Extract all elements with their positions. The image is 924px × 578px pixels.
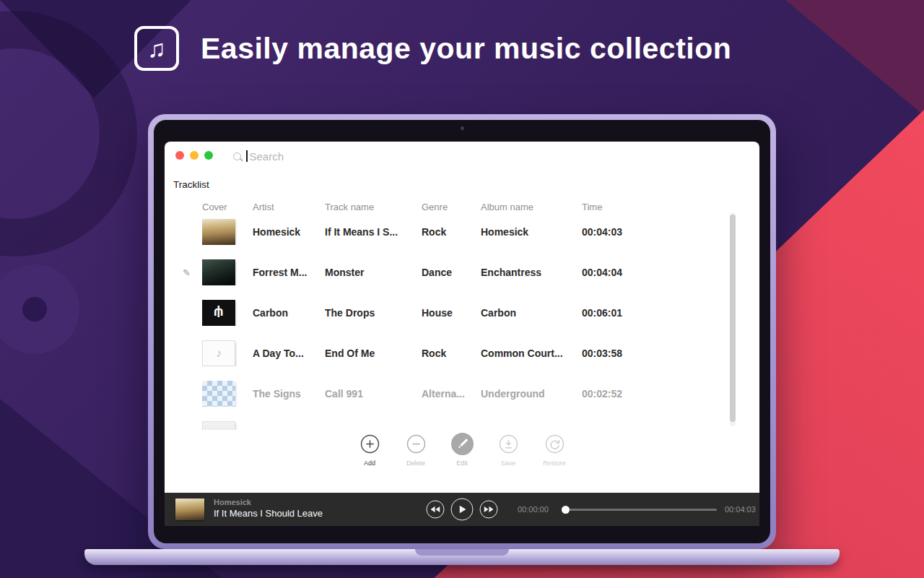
hero-title: Easily manage your music collection <box>201 32 731 66</box>
seek-track <box>562 509 717 511</box>
seek-slider[interactable] <box>562 506 717 512</box>
cell-genre: House <box>422 307 481 319</box>
table-row[interactable]: ✎ Carbon The Drops House Carbon 00:06:01 <box>165 293 759 333</box>
column-header[interactable]: Cover <box>202 202 253 212</box>
cell-album-name: Underground <box>481 388 582 400</box>
search-icon <box>233 152 241 160</box>
table-row[interactable]: ✎ Homesick If It Means I S... Rock Homes… <box>165 212 759 252</box>
save-button[interactable]: Save <box>492 432 524 467</box>
player-bar: Homesick If It Means I Should Leave <box>165 493 759 526</box>
laptop-base <box>84 549 840 565</box>
close-button[interactable] <box>175 151 184 160</box>
cell-track-name: Call 991 <box>325 388 422 400</box>
laptop-screen: Search Tracklist CoverArtistTrack nameGe… <box>154 120 770 543</box>
carbon-cover <box>202 300 235 326</box>
cell-track-name: The Drops <box>325 307 422 319</box>
cell-artist: The Signs <box>253 388 325 400</box>
now-playing-info: Homesick If It Means I Should Leave <box>214 498 323 519</box>
forrest-cover <box>202 259 235 285</box>
homesick-cover <box>202 219 235 245</box>
cell-genre: Rock <box>422 226 481 238</box>
cell-time: 00:02:52 <box>582 388 647 400</box>
search-placeholder: Search <box>250 150 284 163</box>
play-icon <box>460 506 466 514</box>
laptop-mockup: Search Tracklist CoverArtistTrack nameGe… <box>148 114 776 577</box>
laptop-notch <box>415 549 509 556</box>
zoom-button[interactable] <box>204 151 213 160</box>
album-cover <box>202 421 235 430</box>
tool-label: Add <box>364 460 375 467</box>
hero-header: ♫ Easily manage your music collection <box>134 26 731 71</box>
tool-label: Delete <box>406 460 425 467</box>
plus-circle-icon <box>360 432 380 456</box>
cell-genre: Alterna... <box>422 388 481 400</box>
cell-time: 00:06:01 <box>582 307 647 319</box>
restore-button[interactable]: Restore <box>539 432 570 467</box>
a-day-to-cover <box>202 340 235 366</box>
traffic-lights <box>175 151 213 160</box>
cell-artist: Forrest M... <box>253 267 325 278</box>
column-header[interactable]: Album name <box>481 202 582 212</box>
refresh-circle-icon <box>545 432 565 456</box>
cell-artist: Carbon <box>253 307 325 319</box>
table-row[interactable]: ✎ The Signs Call 991 Alterna... Undergro… <box>165 374 759 414</box>
tool-label: Restore <box>543 460 566 467</box>
cell-track-name: End Of Me <box>325 348 422 359</box>
cell-artist: A Day To... <box>253 348 325 359</box>
titlebar: Search <box>165 142 759 169</box>
cell-album-name: Homesick <box>481 226 582 238</box>
cell-album-name: Carbon <box>481 307 582 319</box>
table-row[interactable]: ✎ Forrest M... Monster Dance Enchantress… <box>165 252 759 293</box>
cell-album-name: Enchantress <box>481 267 582 278</box>
table-row[interactable]: ✎ A Day To... End Of Me Rock Common Cour… <box>165 333 759 374</box>
cell-time: 00:03:58 <box>582 348 647 359</box>
now-playing-track: If It Means I Should Leave <box>214 508 323 519</box>
webcam-dot <box>461 126 464 130</box>
cell-genre: Dance <box>422 267 481 278</box>
cell-track-name: If It Means I S... <box>325 226 422 238</box>
music-note-icon: ♫ <box>134 26 179 71</box>
cell-time: 00:04:03 <box>582 226 647 238</box>
scrollbar-thumb[interactable] <box>730 215 736 422</box>
row-edit-pencil-icon: ✎ <box>183 267 191 278</box>
now-playing-artist: Homesick <box>214 498 323 506</box>
elapsed-time: 00:00:00 <box>518 505 549 514</box>
player-controls <box>427 499 498 521</box>
column-header[interactable]: Track name <box>325 202 422 212</box>
forward-icon <box>484 506 494 513</box>
minimize-button[interactable] <box>190 151 199 160</box>
table-body: ✎ Homesick If It Means I S... Rock Homes… <box>165 212 759 430</box>
column-header[interactable]: Time <box>582 202 647 212</box>
tool-label: Edit <box>456 460 468 467</box>
download-circle-icon <box>499 432 518 456</box>
app-window: Search Tracklist CoverArtistTrack nameGe… <box>165 142 759 526</box>
tracklist-label: Tracklist <box>173 179 209 190</box>
now-playing-cover <box>175 499 204 520</box>
cell-artist: Homesick <box>253 226 325 238</box>
seek-handle[interactable] <box>562 506 570 514</box>
cell-genre: Rock <box>422 348 481 359</box>
pencil-circle-icon <box>450 432 474 456</box>
column-header[interactable]: Artist <box>253 202 325 212</box>
minus-circle-icon <box>406 432 426 456</box>
delete-button[interactable]: Delete <box>400 432 432 467</box>
the-signs-cover <box>202 381 235 407</box>
add-button[interactable]: Add <box>354 432 385 467</box>
search-input[interactable]: Search <box>233 149 284 163</box>
total-time: 00:04:03 <box>725 505 756 514</box>
text-caret <box>246 150 248 162</box>
table-header: CoverArtistTrack nameGenreAlbum nameTime <box>165 202 759 212</box>
play-button[interactable] <box>451 499 474 521</box>
table-row-partial[interactable]: ✎ <box>165 414 759 430</box>
cell-time: 00:04:04 <box>582 267 647 278</box>
laptop-screen-frame: Search Tracklist CoverArtistTrack nameGe… <box>148 114 776 549</box>
toolbar: Add Delete Edit Save Restore <box>165 432 759 467</box>
rewind-icon <box>431 506 440 513</box>
column-header[interactable]: Genre <box>422 202 481 212</box>
cell-album-name: Common Court... <box>481 348 582 359</box>
edit-button[interactable]: Edit <box>446 432 478 467</box>
app-main: Search Tracklist CoverArtistTrack nameGe… <box>165 142 759 493</box>
rewind-button[interactable] <box>427 501 445 519</box>
cell-track-name: Monster <box>325 267 422 278</box>
forward-button[interactable] <box>480 501 498 519</box>
